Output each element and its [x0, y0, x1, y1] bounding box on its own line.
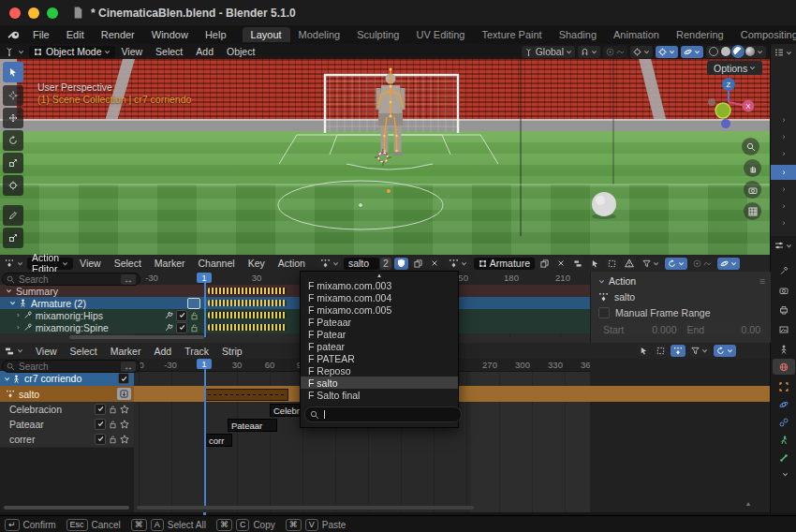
scroll-up-arrow[interactable]: ▴: [301, 272, 458, 279]
xray-toggle[interactable]: [681, 46, 703, 58]
chevron-right-icon[interactable]: ›: [17, 323, 20, 332]
wrench-icon[interactable]: [165, 323, 173, 332]
menu-select[interactable]: Select: [64, 346, 104, 357]
dropdown-item[interactable]: F PATEAR: [301, 352, 458, 364]
strip-pateaar[interactable]: Pateaar: [228, 419, 277, 432]
tab-sculpting[interactable]: Sculpting: [348, 27, 407, 42]
tab-object[interactable]: [773, 378, 795, 394]
menu-add[interactable]: Add: [147, 346, 178, 357]
dropdown-item[interactable]: F Salto final: [301, 389, 458, 401]
tool-rotate[interactable]: [3, 130, 23, 151]
channel-search-field[interactable]: Search ↔: [2, 273, 140, 286]
menu-strip[interactable]: Strip: [215, 346, 249, 357]
nla-search-field[interactable]: Search ↔: [2, 360, 140, 373]
end-frame-field[interactable]: End 0.00: [683, 323, 766, 335]
menu-view[interactable]: View: [115, 46, 150, 57]
keyframes[interactable]: [208, 312, 287, 318]
outliner-editor-menu[interactable]: [774, 48, 792, 57]
chevron-down-icon[interactable]: [598, 278, 605, 285]
tab-bone[interactable]: [773, 450, 795, 466]
tab-compositing[interactable]: Compositing: [732, 27, 796, 42]
show-keyframes-button[interactable]: [671, 345, 685, 357]
action-users-count[interactable]: 2: [380, 258, 391, 270]
lock-icon[interactable]: [190, 323, 199, 332]
auto-keying-button[interactable]: [665, 258, 687, 270]
tab-tool[interactable]: [773, 262, 795, 278]
tool-cursor[interactable]: [3, 85, 23, 106]
tab-armature-data[interactable]: [773, 432, 795, 448]
tab-output[interactable]: [773, 302, 795, 318]
options-button[interactable]: Options: [707, 61, 762, 75]
outliner-expand-arrow[interactable]: ›: [771, 129, 796, 144]
filter-invert-toggle[interactable]: ↔: [121, 274, 136, 285]
box-select-icon[interactable]: [654, 345, 668, 357]
blender-logo-icon[interactable]: [7, 30, 21, 40]
strip-correr[interactable]: corr: [205, 434, 232, 447]
playhead-line[interactable]: [204, 283, 206, 337]
menu-view[interactable]: View: [29, 346, 64, 357]
select-tool-icon[interactable]: [637, 345, 651, 357]
mode-selector[interactable]: Action Editor: [27, 258, 73, 270]
box-select-icon[interactable]: [605, 258, 619, 270]
menu-select[interactable]: Select: [108, 258, 148, 269]
zoom-button[interactable]: [47, 7, 58, 19]
chevron-right-icon[interactable]: ›: [17, 311, 20, 319]
chevron-down-icon[interactable]: [6, 288, 12, 294]
channel-summary[interactable]: Summary: [0, 285, 590, 297]
menu-action[interactable]: Action: [272, 258, 312, 269]
action-name-field[interactable]: salto: [344, 258, 379, 270]
tab-rendering[interactable]: Rendering: [668, 27, 732, 42]
menu-channel[interactable]: Channel: [192, 258, 242, 269]
tool-scale[interactable]: [3, 153, 23, 173]
keyframes[interactable]: [208, 300, 287, 306]
perspective-toggle-button[interactable]: [744, 202, 761, 220]
menu-view[interactable]: View: [73, 258, 108, 269]
proportional-edit-toggle[interactable]: [690, 258, 715, 270]
channel-hips[interactable]: › mixamorig:Hips: [0, 309, 590, 321]
manual-range-checkbox[interactable]: [598, 307, 610, 318]
outliner-expand-arrow[interactable]: ›: [771, 112, 796, 127]
channel-enable-checkbox[interactable]: [176, 322, 187, 333]
material-shading-icon[interactable]: [733, 47, 743, 56]
resize-handle[interactable]: ▴: [746, 499, 750, 508]
snap-button[interactable]: [717, 258, 740, 270]
tool-measure[interactable]: [3, 228, 23, 248]
channel-armature[interactable]: Armature (2): [0, 297, 590, 309]
current-frame-indicator[interactable]: 1: [197, 359, 212, 369]
action-slot-button[interactable]: [446, 258, 470, 270]
dropdown-item[interactable]: F mixamo.com.005: [301, 303, 458, 316]
tab-layout[interactable]: Layout: [243, 27, 290, 42]
outliner-expand-arrow[interactable]: ›: [771, 146, 796, 161]
star-icon[interactable]: [120, 420, 129, 429]
tool-transform[interactable]: [3, 175, 23, 196]
wireframe-shading-icon[interactable]: [709, 47, 718, 56]
star-icon[interactable]: [120, 435, 129, 444]
solid-shading-icon[interactable]: [721, 47, 730, 56]
menu-key[interactable]: Key: [242, 258, 272, 269]
mode-selector[interactable]: Object Mode: [29, 46, 115, 58]
navigation-gizmo[interactable]: Z X: [700, 74, 759, 132]
slot-icon[interactable]: [187, 298, 200, 309]
dropdown-item[interactable]: F mixamo.com.004: [301, 291, 458, 303]
tab-animation[interactable]: Animation: [605, 27, 668, 42]
menu-edit[interactable]: Edit: [58, 29, 93, 40]
track-enable-checkbox[interactable]: [118, 373, 129, 384]
channel-spine[interactable]: › mixamorig:Spine: [0, 321, 590, 333]
lock-icon[interactable]: [190, 311, 199, 320]
tab-view-layer[interactable]: [773, 321, 795, 337]
tab-uv-editing[interactable]: UV Editing: [407, 27, 473, 42]
keyframes[interactable]: [208, 288, 287, 294]
lock-icon[interactable]: [109, 405, 117, 414]
rendered-shading-icon[interactable]: [745, 47, 755, 56]
dropdown-search-field[interactable]: [304, 406, 462, 422]
editor-type-icon[interactable]: [5, 47, 14, 56]
menu-track[interactable]: Track: [178, 346, 215, 357]
menu-file[interactable]: File: [24, 29, 58, 40]
tool-annotate[interactable]: [3, 205, 23, 226]
outliner-expand-arrow[interactable]: ›: [771, 182, 796, 197]
layered-animation-icon[interactable]: [570, 258, 585, 270]
dropdown-item[interactable]: F Reposo: [301, 364, 458, 377]
menu-help[interactable]: Help: [197, 29, 235, 40]
horizontal-scrollbar[interactable]: [69, 335, 204, 339]
chevron-down-icon[interactable]: [780, 468, 789, 480]
